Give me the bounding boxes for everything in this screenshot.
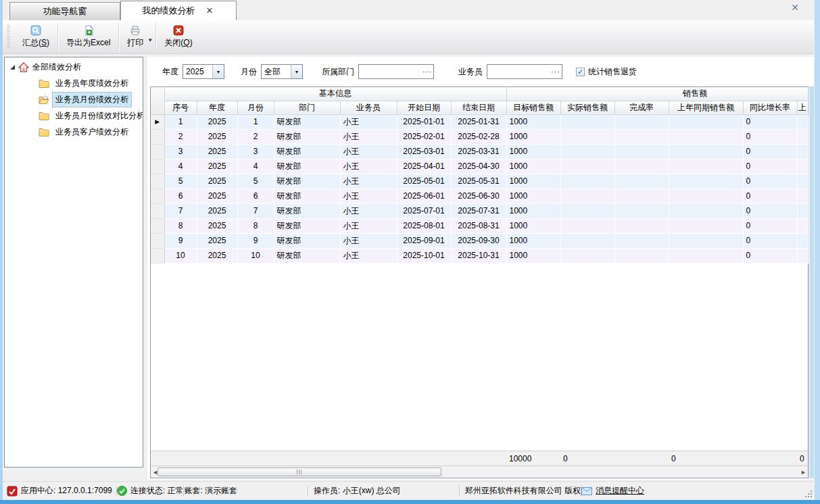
resize-grip[interactable] [805,490,813,498]
toolbar: 汇总(S) 导出为Excel 打印 ▼ [3,20,814,54]
table-row[interactable]: 920259研发部小王2025-09-012025-09-3010000 [151,233,808,248]
row-header[interactable]: ▶ [151,114,164,129]
table-row[interactable]: 620256研发部小王2025-06-012025-06-3010000 [151,188,808,203]
column-header-6[interactable]: 结束日期 [451,101,506,114]
cell [614,218,669,233]
column-header-5[interactable]: 开始日期 [397,101,451,114]
ellipsis-lookup-icon[interactable]: ··· [550,65,562,78]
column-header-9[interactable]: 完成率 [614,101,669,114]
cell: 2025-02-01 [397,129,451,144]
ellipsis-lookup-icon[interactable]: ··· [421,65,433,78]
grid-corner-cell [151,87,164,114]
cell: 2025 [197,218,237,233]
window-frame-bottom [0,500,820,504]
cell [614,159,669,174]
horizontal-scrollbar-thumb[interactable] [158,468,441,476]
cell: 1000 [506,159,560,174]
row-header[interactable] [151,129,164,144]
close-button[interactable]: 关闭(Q) [156,22,200,51]
cell: 小王 [340,174,397,188]
month-select[interactable]: 全部 ▼ [261,64,303,79]
cell: 研发部 [274,218,340,233]
cell [669,188,743,203]
year-label: 年度 [162,66,178,78]
row-header[interactable] [151,188,164,203]
column-header-2[interactable]: 月份 [237,101,274,114]
summary-button[interactable]: 汇总(S) [14,22,57,51]
open-folder-icon [39,95,49,104]
app-center-status: 应用中心: 127.0.0.1:7099 [7,485,112,497]
column-header-4[interactable]: 业务员 [340,101,397,114]
table-row[interactable]: 720257研发部小王2025-07-012025-07-3110000 [151,203,808,218]
column-header-0[interactable]: 序号 [164,101,197,114]
department-input[interactable] [359,65,421,78]
table-row[interactable]: 220252研发部小王2025-02-012025-02-2810000 [151,129,808,144]
cell: 1000 [506,233,560,248]
cell [797,218,808,233]
print-dropdown-arrow[interactable]: ▼ [147,30,153,43]
summary-cell [340,451,397,465]
tree-item-0[interactable]: 业务员年度绩效分析 [5,75,143,91]
tree-root-label: 全部绩效分析 [32,61,81,73]
cell: 研发部 [274,144,340,159]
tree-root-item[interactable]: 全部绩效分析 [5,59,143,75]
salesman-input[interactable] [487,65,550,78]
table-row[interactable]: 520255研发部小王2025-05-012025-05-3110000 [151,174,808,188]
vertical-scrollbar[interactable] [809,86,814,478]
table-row[interactable]: 820258研发部小王2025-08-012025-08-3110000 [151,218,808,233]
row-header[interactable] [151,233,164,248]
cell [614,233,669,248]
chevron-down-icon[interactable]: ▼ [291,65,302,78]
row-header[interactable] [151,203,164,218]
table-row[interactable]: 420254研发部小王2025-04-012025-04-3010000 [151,159,808,174]
returns-checkbox[interactable]: ✓ [576,68,585,76]
column-header-12[interactable]: 上 [797,101,808,114]
cell: 2025 [197,233,237,248]
horizontal-scrollbar[interactable]: ◄ ► [151,465,808,478]
column-header-3[interactable]: 部门 [274,101,340,114]
row-header[interactable] [151,144,164,159]
column-header-8[interactable]: 实际销售额 [560,101,614,114]
grid-table[interactable]: 基本信息销售额序号年度月份部门业务员开始日期结束日期目标销售额实际销售额完成率上… [151,87,809,263]
column-header-7[interactable]: 目标销售额 [506,101,560,114]
cell: 0 [743,188,797,203]
table-row[interactable]: ▶120251研发部小王2025-01-012025-01-3110000 [151,114,808,129]
cell [669,144,743,159]
column-header-11[interactable]: 同比增长率 [743,101,797,114]
cell: 1000 [506,203,560,218]
table-row[interactable]: 10202510研发部小王2025-10-012025-10-3110000 [151,248,808,263]
scroll-right-icon[interactable]: ► [800,468,806,476]
chevron-down-icon[interactable]: ▼ [212,65,224,78]
cell [797,144,808,159]
window-close-icon[interactable]: ✕ [791,3,799,12]
row-header[interactable] [151,174,164,188]
app-window: 功能导航窗 我的绩效分析 ✕ ✕ 汇总(S) 导出为Excel [0,0,820,504]
print-button[interactable]: 打印 [119,22,151,51]
tab-function-nav[interactable]: 功能导航窗 [9,2,120,20]
cell: 3 [164,144,197,159]
cell: 2025-07-31 [451,203,506,218]
row-header[interactable] [151,218,164,233]
toolbar-drag-grip[interactable] [7,25,10,49]
cell [560,159,614,174]
month-label: 月份 [241,66,257,78]
column-header-1[interactable]: 年度 [197,101,237,114]
row-header[interactable] [151,159,164,174]
tree-item-2[interactable]: 业务员月份绩效对比分析 [5,107,143,124]
tab-close-icon[interactable]: ✕ [205,1,215,20]
cell: 小王 [340,144,397,159]
close-button-label: 关闭(Q) [164,37,192,49]
status-bar: 应用中心: 127.0.0.1:7099 连接状态: 正常 账套: 演示账套 操… [3,481,814,500]
column-header-10[interactable]: 上年同期销售额 [669,101,743,114]
table-row[interactable]: 320253研发部小王2025-03-012025-03-3110000 [151,144,808,159]
export-excel-button[interactable]: 导出为Excel [58,22,118,51]
tab-my-performance[interactable]: 我的绩效分析 ✕ [120,1,237,20]
year-select[interactable]: 2025 ▼ [183,64,224,79]
filter-bar: 年度 2025 ▼ 月份 全部 ▼ 所属部门 ··· 业务员 ··· ✓ 统计销… [147,57,814,86]
tree-item-3[interactable]: 业务员客户绩效分析 [5,124,143,140]
tree-expander-icon[interactable] [10,65,15,70]
row-header[interactable] [151,248,164,263]
cell [669,129,743,144]
message-center-link[interactable]: 消息提醒中心 [581,485,644,497]
tree-item-1[interactable]: 业务员月份绩效分析 [5,91,143,107]
